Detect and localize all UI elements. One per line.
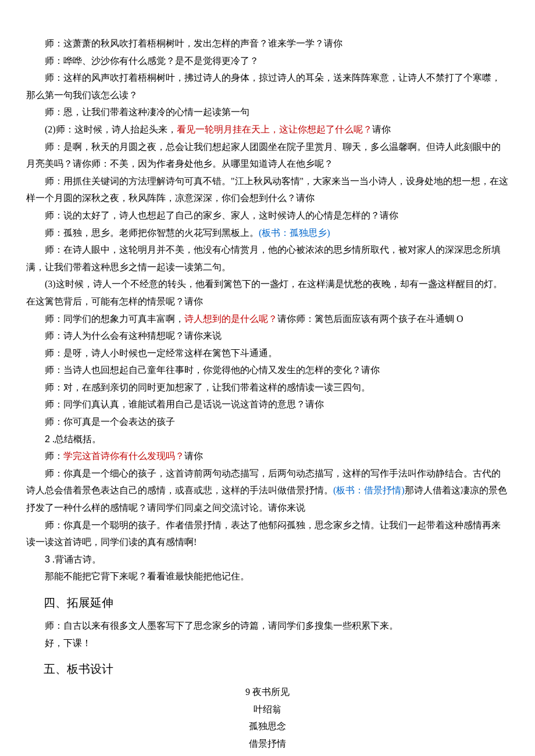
- numbered-item: 2 .总结概括。: [26, 431, 509, 448]
- text-plain: (2)师：这时候，诗人抬起头来，: [45, 124, 177, 134]
- teacher-line: 师：恩，让我们带着这种凄冷的心情一起读第一句: [26, 103, 509, 121]
- text-plain: 请你: [372, 124, 391, 134]
- teacher-line: 师：哗哗、沙沙你有什么感觉？是不是觉得更冷了？: [26, 52, 509, 70]
- text-emphasis-red: 诗人想到的是什么呢？: [184, 314, 277, 324]
- teacher-line: 师：自古以来有很多文人墨客写下了思念家乡的诗篇，请同学们多搜集一些积累下来。: [26, 617, 509, 635]
- teacher-line: 师：这萧萧的秋风吹打着梧桐树叶，发出怎样的声音？谁来学一学？请你: [26, 35, 509, 52]
- teacher-line: 师：你真是一个细心的孩子，这首诗前两句动态描写，后两句动态描写，这样的写作手法叫…: [26, 465, 509, 517]
- board-design-block: 9 夜书所见 叶绍翁 孤独思念 借景抒情: [26, 683, 509, 752]
- text-plain: 请你师：篱笆后面应该有两个孩子在斗通蜩 O: [277, 314, 463, 324]
- teacher-line: 师：你可真是一个会表达的孩子: [26, 413, 509, 431]
- teacher-line: 师：说的太好了，诗人也想起了自己的家乡、家人，这时候诗人的心情是怎样的？请你: [26, 207, 509, 224]
- text-board-note-blue: (板书：孤独思乡): [259, 228, 330, 238]
- section-heading-four: 四、拓展延伸: [26, 592, 509, 614]
- teacher-line: 师：同学们的想象力可真丰富啊，诗人想到的是什么呢？请你师：篱笆后面应该有两个孩子…: [26, 310, 509, 328]
- teacher-line: 师：诗人为什么会有这种猜想呢？请你来说: [26, 327, 509, 345]
- teacher-line: 那能不能把它背下来呢？看看谁最快能把他记住。: [26, 568, 509, 585]
- item-number: 2: [45, 434, 50, 444]
- text-plain: 师：孤独，思乡。老师把你智慧的火花写到黑板上。: [45, 228, 259, 238]
- teacher-line: 师：学完这首诗你有什么发现吗？请你: [26, 447, 509, 465]
- text-plain: 请你: [184, 451, 203, 461]
- teacher-line: 师：你真是一个聪明的孩子。作者借景抒情，表达了他郁闷孤独，思念家乡之情。让我们一…: [26, 517, 509, 551]
- numbered-item: 3 .背诵古诗。: [26, 551, 509, 568]
- teacher-line: 师：孤独，思乡。老师把你智慧的火花写到黑板上。(板书：孤独思乡): [26, 224, 509, 242]
- board-line: 借景抒情: [26, 735, 509, 753]
- teacher-line: (2)师：这时候，诗人抬起头来，看见一轮明月挂在天上，这让你想起了什么呢？请你: [26, 121, 509, 138]
- item-text: .背诵古诗。: [50, 554, 101, 564]
- text-plain: 师：同学们的想象力可真丰富啊，: [45, 314, 184, 324]
- board-title: 9 夜书所见: [26, 683, 509, 701]
- item-number: 3: [45, 554, 50, 564]
- text-plain: 师：: [45, 451, 63, 461]
- item-text: .总结概括。: [50, 434, 101, 444]
- teacher-line: 师：用抓住关键词的方法理解诗句可真不错。"江上秋风动客情"，大家来当一当小诗人，…: [26, 173, 509, 207]
- teacher-line: 师：是啊，秋天的月圆之夜，总会让我们想起家人团圆坐在院子里赏月、聊天，多么温馨啊…: [26, 138, 509, 173]
- section-heading-five: 五、板书设计: [26, 658, 509, 680]
- teacher-line: (3)这时候，诗人一个不经意的转头，他看到篱笆下的一盏灯，在这样满是忧愁的夜晚，…: [26, 275, 509, 310]
- board-author: 叶绍翁: [26, 701, 509, 718]
- teacher-line: 好，下课！: [26, 635, 509, 652]
- teacher-line: 师：在诗人眼中，这轮明月并不美，他没有心情赏月，他的心被浓浓的思乡情所取代，被对…: [26, 241, 509, 275]
- teacher-line: 师：对，在感到亲切的同时更加想家了，让我们带着这样的感情读一读三四句。: [26, 379, 509, 396]
- board-line: 孤独思念: [26, 718, 509, 735]
- teacher-line: 师：是呀，诗人小时候也一定经常这样在篱笆下斗通通。: [26, 345, 509, 362]
- text-emphasis-red: 看见一轮明月挂在天上，这让你想起了什么呢？: [177, 124, 372, 134]
- text-board-note-blue: (板书：借景抒情): [333, 485, 405, 495]
- teacher-line: 师：当诗人也回想起自己童年往事时，你觉得他的心情又发生的怎样的变化？请你: [26, 361, 509, 379]
- teacher-line: 师：同学们真认真，谁能试着用自己是话说一说这首诗的意思？请你: [26, 396, 509, 413]
- teacher-line: 师：这样的风声吹打着梧桐树叶，拂过诗人的身体，掠过诗人的耳朵，送来阵阵寒意，让诗…: [26, 69, 509, 103]
- text-emphasis-red: 学完这首诗你有什么发现吗？: [63, 451, 184, 461]
